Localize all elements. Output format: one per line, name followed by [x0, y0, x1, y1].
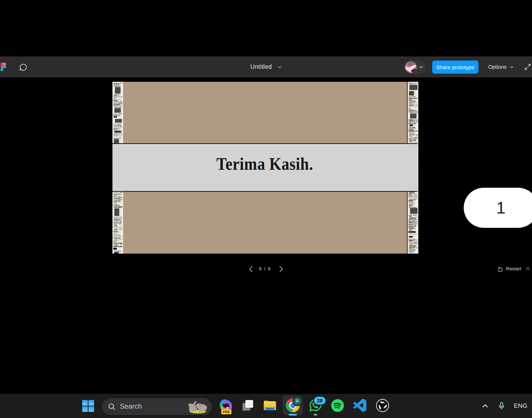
- restart-icon: [498, 267, 503, 272]
- copilot-pre-badge: PRE: [221, 409, 231, 414]
- next-frame-button[interactable]: [277, 264, 285, 274]
- viewer-navigation: 9 / 9: [0, 264, 532, 274]
- restart-shortcut-hint: R: [526, 267, 530, 272]
- language-indicator[interactable]: ENG: [512, 394, 529, 418]
- share-prototype-label: Share prototype: [436, 64, 474, 70]
- tray-show-hidden-icons[interactable]: [479, 394, 491, 418]
- search-input[interactable]: Search: [102, 398, 212, 415]
- fullscreen-button[interactable]: [523, 63, 532, 71]
- windows-logo-icon: [82, 400, 94, 412]
- restart-label: Restart: [506, 267, 521, 272]
- restart-button[interactable]: Restart R: [498, 264, 530, 274]
- chrome-profile-badge: B: [293, 397, 301, 405]
- avatar: [405, 61, 417, 73]
- whatsapp-unread-badge: 28: [314, 397, 325, 405]
- start-button[interactable]: [78, 394, 98, 418]
- obs-icon: [376, 399, 389, 412]
- keypress-overlay: 1: [464, 188, 532, 228]
- search-icon: [108, 403, 116, 411]
- folder-icon: [263, 399, 277, 411]
- options-label: Options: [488, 64, 507, 70]
- taskbar-item-vscode[interactable]: [350, 396, 370, 415]
- keypress-key: 1: [496, 198, 506, 218]
- elephants-image[interactable]: [185, 399, 211, 414]
- fullscreen-icon: [524, 63, 532, 71]
- prototype-slide[interactable]: Terima Kasih.: [112, 82, 418, 254]
- windows-taskbar: Search: [0, 394, 532, 418]
- account-menu[interactable]: [404, 60, 425, 74]
- microphone-icon: [498, 402, 505, 410]
- taskbar-item-snipping[interactable]: [238, 396, 258, 415]
- chevron-down-icon: [510, 66, 514, 68]
- taskbar-item-file-explorer[interactable]: [260, 396, 280, 415]
- options-button[interactable]: Options: [488, 56, 514, 77]
- document-title: Untitled: [250, 63, 272, 70]
- share-prototype-button[interactable]: Share prototype: [432, 61, 478, 74]
- spotify-icon: [331, 399, 344, 412]
- chrome-active-indicator: [289, 414, 297, 416]
- slide-title: Terima Kasih.: [217, 154, 314, 174]
- search-placeholder: Search: [120, 402, 185, 411]
- whatsapp-running-indicator: [314, 414, 317, 416]
- chevron-down-icon: [419, 66, 423, 68]
- stacked-windows-icon: [241, 399, 254, 412]
- slide-title-band: Terima Kasih.: [112, 143, 418, 192]
- screen: Untitled Share prototype Options: [0, 0, 532, 418]
- chevron-down-icon: [278, 66, 282, 68]
- vscode-icon: [353, 399, 366, 412]
- chevron-up-icon: [482, 404, 488, 408]
- tray-microphone[interactable]: [496, 394, 507, 418]
- chevron-right-icon: [279, 266, 283, 272]
- taskbar-item-obs[interactable]: [373, 396, 392, 415]
- taskbar-item-spotify[interactable]: [328, 396, 347, 415]
